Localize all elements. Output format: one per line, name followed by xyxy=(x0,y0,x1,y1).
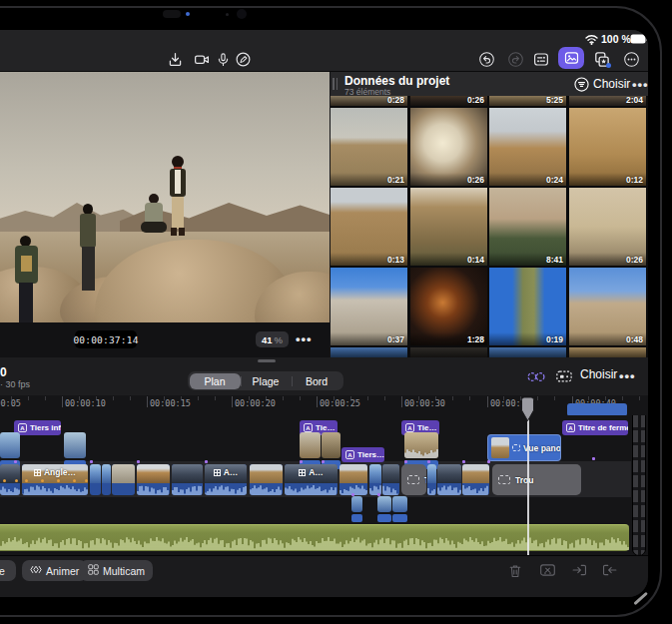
clip-thumbnail xyxy=(491,437,509,458)
media-thumbnail[interactable]: 0:26 xyxy=(569,188,646,266)
camera-icon[interactable] xyxy=(191,48,213,70)
connection-dot xyxy=(90,460,93,463)
zoom-level-badge[interactable]: 41% xyxy=(256,331,289,347)
media-thumbnail[interactable]: 0:26 xyxy=(410,108,487,186)
timeline-scrollbar[interactable] xyxy=(632,415,646,555)
storyline-clip[interactable] xyxy=(427,464,436,495)
storyline-clip[interactable] xyxy=(382,464,399,495)
storyline-clip[interactable] xyxy=(250,464,283,495)
gap-clip[interactable]: Trou xyxy=(492,464,581,495)
media-thumbnail[interactable]: 0:13 xyxy=(331,188,407,266)
media-thumbnail[interactable]: 0:14 xyxy=(410,188,487,266)
ruler-tick xyxy=(147,396,148,407)
pencil-icon[interactable] xyxy=(232,48,254,70)
redo-icon[interactable] xyxy=(504,48,526,70)
multicam-button[interactable]: Multicam xyxy=(80,560,153,581)
audio-clip[interactable] xyxy=(0,524,629,551)
media-thumbnail[interactable] xyxy=(569,347,646,357)
ruler-label: 00:00:25 xyxy=(320,398,360,408)
timeline-drag-handle[interactable] xyxy=(258,359,276,362)
connected-clip[interactable] xyxy=(351,496,362,522)
ruler-tick xyxy=(469,396,470,400)
ruler-tick xyxy=(300,396,301,400)
storyline-clip[interactable] xyxy=(102,464,111,495)
title-clip-label: Tie… xyxy=(417,423,436,432)
thumbnail-duration: 2:04 xyxy=(626,96,643,105)
filter-icon[interactable] xyxy=(574,77,589,96)
media-thumbnail[interactable]: 0:21 xyxy=(331,108,407,186)
insert-clip-icon[interactable] xyxy=(569,560,589,580)
media-thumbnail[interactable]: 0:24 xyxy=(489,108,566,186)
timeline-ruler[interactable]: 00:00:0500:00:1000:00:1500:00:2000:00:25… xyxy=(0,395,648,415)
media-thumbnail[interactable]: 0:19 xyxy=(489,268,566,345)
select-clip-icon[interactable] xyxy=(555,368,573,388)
media-thumbnail[interactable]: 0:12 xyxy=(569,108,646,186)
timeline-more-icon[interactable]: ••• xyxy=(619,368,636,383)
microphone-icon[interactable] xyxy=(212,48,234,70)
connected-clip[interactable]: Vue pano… xyxy=(487,434,561,461)
media-thumbnail[interactable] xyxy=(331,347,407,357)
storyline-clip[interactable] xyxy=(339,464,367,495)
media-thumbnail[interactable]: 8:41 xyxy=(489,188,566,266)
overwrite-clip-icon[interactable] xyxy=(599,560,619,580)
media-thumbnail[interactable] xyxy=(410,347,487,357)
media-thumbnail[interactable]: 2:04 xyxy=(569,96,646,106)
storyline-clip[interactable] xyxy=(112,464,135,495)
more-icon[interactable] xyxy=(620,48,642,70)
timeline-choose-button[interactable]: Choisir xyxy=(580,367,617,381)
media-browser-icon[interactable] xyxy=(558,47,584,69)
animate-button[interactable]: Animer xyxy=(22,560,87,581)
storyline-clip[interactable]: A… xyxy=(285,464,337,495)
storyline-clip[interactable]: A… xyxy=(205,464,247,495)
media-thumbnail[interactable]: 0:28 xyxy=(331,96,407,106)
title-clip-label: Tiers inf… xyxy=(30,423,61,432)
camera-sensor-dot xyxy=(226,13,229,16)
timecode-display[interactable]: 00:00:37:14 xyxy=(75,330,137,348)
panel-choose-button[interactable]: Choisir xyxy=(593,77,630,91)
viewer-photo[interactable] xyxy=(0,72,330,322)
jog-wheel-icon[interactable] xyxy=(526,369,546,388)
tab-plan[interactable]: Plan xyxy=(190,373,241,389)
media-thumbnail[interactable]: 0:26 xyxy=(410,96,487,106)
tab-bord[interactable]: Bord xyxy=(292,373,342,389)
connected-clip[interactable] xyxy=(392,496,407,522)
gap-clip[interactable]: T… xyxy=(401,464,426,495)
ruler-tick xyxy=(283,396,284,400)
person-sitting xyxy=(138,194,170,242)
title-clip[interactable]: ATiers inf… xyxy=(14,420,61,435)
media-thumbnail[interactable] xyxy=(489,347,566,357)
playhead-handle[interactable] xyxy=(520,396,535,426)
storyline-clip[interactable] xyxy=(369,464,381,495)
inspector-icon[interactable] xyxy=(530,48,552,70)
trash-icon[interactable] xyxy=(505,560,525,580)
import-icon[interactable] xyxy=(164,48,186,70)
panel-more-icon[interactable]: ••• xyxy=(632,77,648,92)
panel-drag-handle[interactable] xyxy=(333,78,335,90)
media-thumbnail[interactable]: 5:25 xyxy=(489,96,566,106)
undo-icon[interactable] xyxy=(475,48,497,70)
viewer-more-icon[interactable]: ••• xyxy=(296,331,313,346)
media-thumbnail[interactable]: 1:28 xyxy=(410,268,487,345)
thumbnail-duration: 0:21 xyxy=(387,175,404,185)
storyline-clip[interactable] xyxy=(462,464,489,495)
split-clip-icon[interactable] xyxy=(537,560,557,580)
media-thumbnail[interactable]: 0:37 xyxy=(331,268,407,345)
keyframe-dot xyxy=(85,479,88,482)
library-icon[interactable] xyxy=(590,48,612,70)
storyline-clip[interactable]: Angle… xyxy=(22,464,88,495)
clip-thumbnail xyxy=(427,464,436,483)
tool-button-partial[interactable]: ne xyxy=(0,560,16,581)
storyline-clip[interactable] xyxy=(90,464,101,495)
title-badge-icon: A xyxy=(304,423,313,432)
media-thumbnail[interactable]: 0:48 xyxy=(569,268,646,345)
title-clip[interactable]: ATitre de fermeture xyxy=(562,420,628,435)
panel-drag-handle[interactable] xyxy=(336,78,338,90)
connected-clip[interactable] xyxy=(377,496,391,522)
storyline-clip[interactable] xyxy=(437,464,461,495)
timeline-toolbar: ne Animer Multicam xyxy=(0,555,648,597)
title-clip[interactable]: ATiers… xyxy=(341,447,384,462)
storyline-clip[interactable] xyxy=(137,464,170,495)
title-badge-icon: A xyxy=(18,423,27,432)
storyline-clip[interactable] xyxy=(172,464,203,495)
tab-plage[interactable]: Plage xyxy=(241,373,292,389)
